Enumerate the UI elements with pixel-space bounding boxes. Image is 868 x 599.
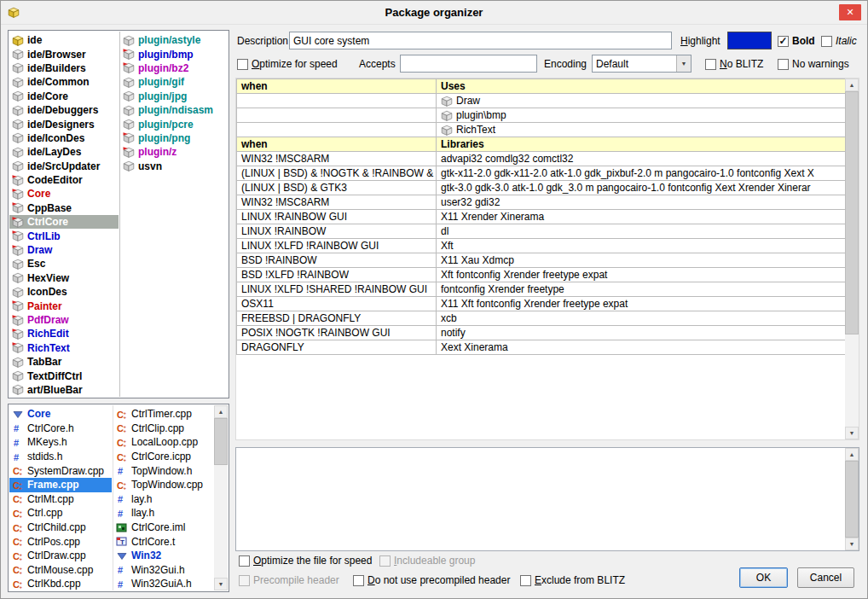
table-row[interactable]: (LINUX | BSD) & GTK3gtk-3.0 gdk-3.0 atk-… [237,181,846,195]
table-row[interactable]: LINUX !RAINBOW GUIX11 Xrender Xinerama [237,210,846,224]
scroll-down-icon[interactable]: ▼ [214,578,228,590]
package-item[interactable]: Esc [9,257,119,270]
package-item[interactable]: RichEdit [9,327,119,340]
package-item[interactable]: RichText [9,341,119,355]
libraries-cell[interactable]: Xext Xinerama [437,340,846,355]
scroll-thumb[interactable] [845,461,859,538]
when-cell[interactable]: BSD !XLFD !RAINBOW [237,268,437,282]
file-item[interactable]: C++CtrlDraw.cpp [9,549,112,563]
package-item[interactable]: Draw [9,243,119,257]
file-item[interactable]: CtrlCore.iml [113,520,214,535]
file-item[interactable]: #llay.h [113,506,214,520]
when-cell[interactable] [237,123,437,137]
file-list-scrollbar[interactable]: ▲ ▼ [214,405,228,590]
libraries-cell[interactable]: gtk-x11-2.0 gdk-x11-2.0 atk-1.0 gdk_pixb… [437,166,846,181]
encoding-select[interactable]: Default ▼ [592,55,692,73]
package-item[interactable]: CtrlLib [9,229,119,242]
bold-label[interactable]: Bold [792,35,815,47]
when-cell[interactable]: LINUX !RAINBOW GUI [237,210,437,224]
package-item[interactable]: ide/Builders [9,61,119,75]
file-item[interactable]: C++CtrlMt.cpp [9,492,112,507]
file-item[interactable]: C++Ctrl.cpp [9,506,112,520]
when-cell[interactable]: POSIX !NOGTK !RAINBOW GUI [237,326,437,340]
file-item[interactable]: TCtrlCore.t [113,534,214,549]
table-row[interactable]: plugin\bmp [237,108,846,123]
scroll-thumb[interactable] [845,91,859,334]
package-item[interactable]: ide/Core [9,90,119,103]
table-row[interactable]: POSIX !NOGTK !RAINBOW GUInotify [237,326,846,340]
plugin-item[interactable]: plugin/z [120,145,229,159]
table-row[interactable]: OSX11X11 Xft fontconfig Xrender freetype… [237,297,846,311]
package-item[interactable]: ide/Debuggers [9,103,119,117]
no-warnings-checkbox[interactable] [778,59,789,70]
scroll-up-icon[interactable]: ▲ [845,448,859,461]
table-row[interactable]: BSD !RAINBOWX11 Xau Xdmcp [237,253,846,268]
when-cell[interactable]: LINUX !XLFD !RAINBOW GUI [237,239,437,253]
file-item[interactable]: C++CtrlMouse.cpp [9,563,112,578]
package-item[interactable]: ide/LayDes [9,145,119,159]
file-item[interactable]: #lay.h [113,492,214,507]
package-item[interactable]: HexView [9,271,119,285]
libraries-cell[interactable]: Xft [437,239,846,253]
when-cell[interactable] [237,108,437,123]
file-item[interactable]: C++CtrlChild.cpp [9,520,112,535]
italic-checkbox[interactable] [821,36,832,47]
package-item[interactable]: TabBar [9,355,119,369]
table-row[interactable]: LINUX !XLFD !RAINBOW GUIXft [237,239,846,253]
uses-cell[interactable]: Draw [437,94,846,108]
when-cell[interactable]: (LINUX | BSD) & GTK3 [237,181,437,195]
no-warnings-label[interactable]: No warnings [792,58,849,70]
scroll-up-icon[interactable]: ▲ [845,79,859,91]
highlight-swatch[interactable] [727,32,772,49]
file-item[interactable]: #Win32GuiA.h [113,577,214,590]
plugin-item[interactable]: plugin/ndisasm [120,103,229,117]
combo-dropdown-button[interactable]: ▼ [676,55,691,72]
table-row[interactable]: LINUX !RAINBOWdl [237,224,846,239]
table-row[interactable]: BSD !XLFD !RAINBOWXft fontconfig Xrender… [237,268,846,282]
package-item[interactable]: ide [9,33,119,47]
file-item[interactable]: #CtrlCore.h [9,422,112,436]
libraries-cell[interactable]: dl [437,224,846,239]
file-item[interactable]: #TopWindow.h [113,463,214,478]
libraries-cell[interactable]: X11 Xrender Xinerama [437,210,846,224]
table-scrollbar[interactable]: ▲ ▼ [845,79,859,439]
package-item[interactable]: ide/Browser [9,47,119,61]
file-item[interactable]: #stdids.h [9,450,112,464]
accepts-input[interactable] [400,55,537,73]
file-item[interactable]: C++SystemDraw.cpp [9,463,112,478]
plugin-item[interactable]: plugin/png [120,131,229,145]
file-item[interactable]: C++TopWindow.cpp [113,478,214,492]
when-cell[interactable]: WIN32 !MSC8ARM [237,195,437,210]
table-row[interactable]: whenUses [237,79,846,94]
package-item[interactable]: TextDiffCtrl [9,369,119,382]
file-item[interactable]: C++CtrlClip.cpp [113,422,214,436]
libraries-cell[interactable]: Xft fontconfig Xrender freetype expat [437,268,846,282]
close-button[interactable]: ✕ [839,4,861,20]
scroll-down-icon[interactable]: ▼ [845,427,859,439]
table-row[interactable]: RichText [237,123,846,137]
description-input[interactable] [289,32,672,49]
textarea-scrollbar[interactable]: ▲ ▼ [845,448,859,550]
plugin-item[interactable]: plugin/jpg [120,90,229,103]
optimize-file-checkbox[interactable] [239,555,250,567]
optimize-for-speed-label[interactable]: Optimize for speed [252,58,338,70]
scroll-down-icon[interactable]: ▼ [845,538,859,550]
no-blitz-checkbox[interactable] [705,59,716,70]
package-item[interactable]: ide/Designers [9,117,119,131]
when-cell[interactable]: LINUX !XLFD !SHARED !RAINBOW GUI [237,282,437,297]
cancel-button[interactable]: Cancel [797,567,854,588]
uses-cell[interactable]: plugin\bmp [437,108,846,123]
file-item[interactable]: C++CtrlPos.cpp [9,534,112,549]
when-cell[interactable]: LINUX !RAINBOW [237,224,437,239]
table-row[interactable]: Draw [237,94,846,108]
when-cell[interactable]: OSX11 [237,297,437,311]
when-cell[interactable]: BSD !RAINBOW [237,253,437,268]
plugin-item[interactable]: plugin/gif [120,75,229,89]
file-item[interactable]: #Win32Gui.h [113,563,214,578]
package-item[interactable]: IconDes [9,285,119,299]
when-cell[interactable] [237,94,437,108]
no-precompiled-checkbox[interactable] [353,575,364,586]
package-item[interactable]: CppBase [9,201,119,215]
libraries-cell[interactable]: fontconfig Xrender freetype [437,282,846,297]
libraries-cell[interactable]: X11 Xau Xdmcp [437,253,846,268]
